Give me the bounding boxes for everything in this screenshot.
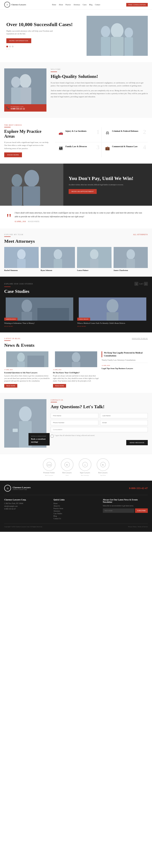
attorney-card-2[interactable]: Ryan Johnson (41, 247, 75, 271)
contact-lastname-input[interactable] (100, 413, 148, 418)
attorney-card-4[interactable]: James Charleston (113, 247, 148, 271)
footer-link-about[interactable]: About Us (53, 505, 98, 507)
red-divider6 (51, 402, 57, 402)
nav-about[interactable]: About (59, 4, 63, 6)
svg-rect-9 (20, 87, 31, 104)
footer-col3-desc: Subscribe to our newsletter to get lates… (103, 505, 148, 507)
case-link-1[interactable]: READ MORE (4, 326, 75, 327)
practice-item-3[interactable]: 👨‍👩‍👧 Family Law & Divorces 3 (55, 142, 101, 157)
footer-logo-icon: ⚖ (4, 485, 11, 492)
news-btn-1[interactable]: READ MORE (4, 384, 17, 388)
win-title: You Don't Pay, Until We Win! (69, 175, 147, 182)
footer-subscribe-btn[interactable]: SUBSCRIBE (135, 508, 148, 513)
contact-email-input[interactable] (100, 420, 148, 425)
hero-counter: 1 / 3 (6, 48, 82, 50)
footer-newsletter-input[interactable] (103, 508, 134, 513)
svg-rect-38 (17, 362, 25, 367)
svg-point-3 (101, 26, 110, 37)
practice-cta-button[interactable]: KNOW MORE (4, 152, 22, 157)
nav-practice[interactable]: Practice (66, 4, 71, 6)
footer-link-cases[interactable]: Case Studies (53, 513, 98, 515)
practice-item-title-3: Family Law & Divorces (66, 145, 87, 148)
hero-dot-1[interactable] (6, 46, 8, 48)
award-circle-2: BL (61, 458, 74, 471)
attorney-card-3[interactable]: Laura Palmer (77, 247, 111, 271)
footer-link-home[interactable]: Home (53, 502, 98, 504)
news-tag: LATEST IN BLOG (4, 338, 21, 340)
footer-link-contact[interactable]: Contact Us (53, 518, 98, 520)
case-next-btn[interactable]: › (144, 282, 148, 286)
contact-name-input[interactable] (51, 413, 98, 418)
case-title-2: When a Medical Center Fails To Identify … (77, 322, 148, 324)
criminal-icon: ⚖ (104, 130, 110, 136)
nav-contact[interactable]: Contact (95, 4, 100, 6)
practice-item-4[interactable]: 💼 Commercial & Finance Law 4 (102, 142, 148, 157)
see-all-link[interactable]: ALL ATTORNEYS (133, 234, 148, 236)
contact-checkbox[interactable] (51, 435, 53, 437)
svg-rect-2 (111, 37, 124, 56)
nav-cases[interactable]: Cases (82, 4, 86, 6)
news-title-1: Essential Questions to Ask Your Lawyers (4, 371, 50, 374)
case-card-image-1: ARBITRATION (4, 298, 75, 321)
contact-consultation-select[interactable]: Consultation (51, 427, 148, 432)
navigate-all-link[interactable]: NAVIGATE TO BLOG (132, 338, 148, 340)
attorney-image-3 (77, 247, 111, 268)
injury-icon: 🚗 (58, 130, 64, 136)
contact-title: Any Questions? Let's Talk! (51, 404, 148, 409)
svg-rect-31 (22, 312, 32, 321)
hero-dot-3[interactable] (12, 46, 14, 48)
nav-links: Home About Practice Attorneys Cases Blog… (52, 4, 100, 6)
case-card-2[interactable]: CHILD BRAIN When a Medical Center Fails … (77, 298, 148, 327)
news-title-2: Do You Know Your Civil Rights? (53, 371, 99, 374)
award-name-2: Best Lawyers (62, 472, 72, 474)
contact-submit-button[interactable]: Send message (126, 440, 148, 445)
red-divider5 (4, 340, 10, 341)
footer-newsletter-form: SUBSCRIBE (103, 508, 148, 513)
news-col3-title1: We Keep You Legally Protected in Medical… (102, 351, 148, 357)
award-sub-4: Top Firm (100, 474, 105, 476)
win-cta-button[interactable]: BOOK AN APPOINTMENT (69, 189, 97, 194)
footer-logo-name: Clarence Lawyers (13, 486, 31, 489)
svg-point-15 (11, 174, 22, 187)
news-btn-2[interactable]: READ MORE (53, 384, 66, 388)
news-grid: 17 APR, 2018 Essential Questions to Ask … (4, 351, 148, 388)
welcome-image-container: 📞 For Emergency Calls: 0 800 333-21-12 (4, 68, 47, 112)
nav-cta-button[interactable]: FREE CONSULTATION (126, 3, 148, 6)
footer-link-blog[interactable]: Blog (53, 515, 98, 517)
case-studies-tag: EXPLORE OUR CASE STUDIES (4, 283, 33, 285)
attorneys-title: Meet Attorneys (4, 239, 148, 244)
case-prev-btn[interactable]: ‹ (134, 282, 138, 286)
contact-section: WITH A CONSULTANT Book a consultant meet… (0, 393, 152, 454)
nav-home[interactable]: Home (52, 4, 56, 6)
footer-col3-title: Always Get Our Latest News & Events News… (103, 498, 148, 503)
footer-col1-title: Clarence Lawyers Corp. (4, 498, 49, 501)
hero-dot-2[interactable] (9, 46, 11, 48)
case-link-2[interactable]: READ MORE (77, 326, 148, 327)
svg-point-21 (54, 249, 62, 259)
footer-link-practice[interactable]: Practice Areas (53, 507, 98, 509)
svg-point-8 (20, 74, 31, 88)
nav-attorneys[interactable]: Attorneys (74, 4, 80, 6)
contact-phone-input[interactable] (51, 420, 98, 425)
practice-item-1[interactable]: 🚗 Injury & Car Incidents 1 (55, 127, 101, 142)
footer-col-2: Quick Links Home About Us Practice Areas… (53, 498, 98, 520)
svg-rect-32 (37, 308, 69, 321)
nav-logo[interactable]: ⚖ Clarence Lawyers (4, 2, 26, 7)
attorney-image-4 (113, 247, 148, 268)
practice-num-2: 2 (143, 129, 146, 135)
contact-checkbox-label: I agree that all submitted data is being… (55, 434, 95, 437)
attorney-card-1[interactable]: Rachel Simmons (4, 247, 39, 271)
contact-form-container: CONTACT US Any Questions? Let's Talk! Co… (51, 399, 148, 447)
footer-phone-text: 0-800-333-42-47 (4, 508, 49, 510)
welcome-image (4, 68, 47, 104)
hero-section: Over 10,000 Successfull Cases! Highly su… (0, 9, 152, 62)
footer: ⚖ Clarence Lawyers Clarence Lawyers Corp… (0, 480, 152, 532)
hero-cta-button[interactable]: MORE INFORMATION (6, 38, 31, 43)
badge-with: WITH A CONSULTANT (31, 435, 47, 437)
practice-item-2[interactable]: ⚖ Criminal & Federal Defenses 2 (102, 127, 148, 142)
practice-left: Explore My Practice Areas If you are fac… (4, 127, 51, 157)
nav-blog[interactable]: Blog (89, 4, 93, 6)
case-card-1[interactable]: ARBITRATION Winning at Arbitration: Time… (4, 298, 75, 327)
footer-link-attorneys[interactable]: Attorneys (53, 510, 98, 512)
svg-point-37 (17, 353, 25, 362)
